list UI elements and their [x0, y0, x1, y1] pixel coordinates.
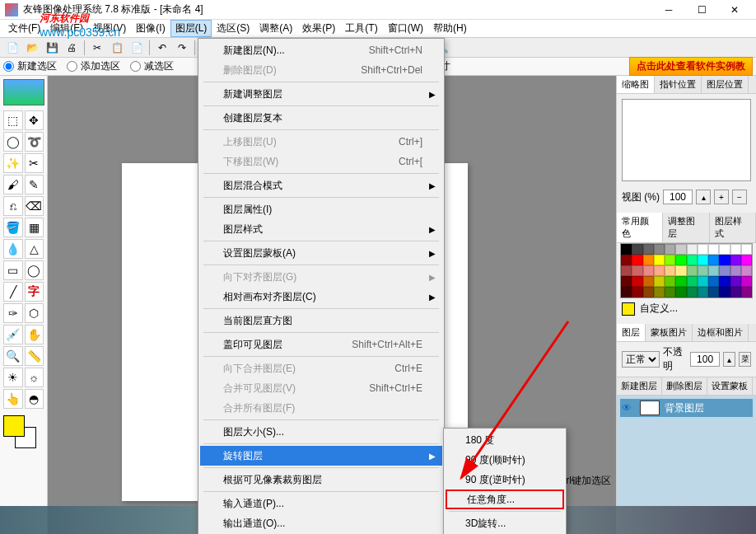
- tabs3-tab-2[interactable]: 边框和图片: [693, 324, 749, 341]
- menu-1[interactable]: 编辑(E): [45, 20, 88, 37]
- color-cell-40[interactable]: [665, 276, 675, 287]
- color-cell-34[interactable]: [730, 265, 741, 276]
- line-tool[interactable]: ╱: [3, 282, 23, 302]
- text-tool[interactable]: 字: [25, 282, 44, 302]
- tabs1-tab-1[interactable]: 指针位置: [655, 76, 702, 93]
- ellipse-shape-tool[interactable]: ◯: [25, 260, 44, 280]
- foreground-color[interactable]: [3, 415, 25, 437]
- dd-item-18[interactable]: 相对画布对齐图层(C)▶: [200, 287, 442, 307]
- color-cell-42[interactable]: [687, 276, 698, 287]
- dd-item-12[interactable]: 图层属性(I): [200, 199, 442, 219]
- color-cell-22[interactable]: [730, 255, 741, 265]
- menu-4[interactable]: 图层(L): [170, 20, 212, 37]
- color-cell-21[interactable]: [719, 255, 730, 265]
- copy-icon[interactable]: 📋: [108, 39, 126, 57]
- custom-color-button[interactable]: 自定义...: [617, 298, 756, 319]
- blur-tool[interactable]: 💧: [3, 239, 23, 259]
- color-cell-39[interactable]: [654, 276, 665, 287]
- color-cell-47[interactable]: [741, 276, 752, 287]
- dd-item-0[interactable]: 新建图层(N)...Shift+Ctrl+N: [200, 40, 442, 60]
- color-cell-32[interactable]: [708, 265, 719, 276]
- smudge-tool[interactable]: 👆: [3, 389, 23, 409]
- color-cell-6[interactable]: [687, 244, 698, 255]
- color-cell-50[interactable]: [643, 287, 654, 297]
- color-swatches[interactable]: [3, 415, 36, 448]
- clone-tool[interactable]: ⎌: [3, 196, 23, 216]
- color-cell-28[interactable]: [665, 265, 675, 276]
- tabs2-tab-1[interactable]: 调整图层: [663, 213, 709, 242]
- opacity-input[interactable]: [690, 352, 720, 367]
- color-cell-12[interactable]: [621, 255, 632, 265]
- open-file-icon[interactable]: 📂: [23, 39, 41, 57]
- sm-item-1[interactable]: 90 度(顺时针): [446, 450, 564, 470]
- promo-link[interactable]: 点击此处查看软件实例教: [629, 57, 753, 76]
- color-cell-33[interactable]: [719, 265, 730, 276]
- color-cell-11[interactable]: [741, 244, 752, 255]
- print-icon[interactable]: 🖨: [63, 39, 81, 57]
- blend-mode-select[interactable]: 正常: [622, 351, 660, 368]
- zoom-tool[interactable]: 🔍: [3, 346, 23, 366]
- view-pct-input[interactable]: [663, 190, 693, 204]
- layer-action-2[interactable]: 设置蒙板: [707, 377, 753, 395]
- dd-item-10[interactable]: 图层混合模式▶: [200, 176, 442, 195]
- dd-item-5[interactable]: 创建图层复本: [200, 108, 442, 128]
- tabs1-tab-0[interactable]: 缩略图: [617, 76, 655, 93]
- color-cell-7[interactable]: [698, 244, 708, 255]
- dodge-tool[interactable]: ☀: [3, 368, 23, 387]
- move-tool[interactable]: ✥: [25, 110, 44, 130]
- burn-tool[interactable]: ☼: [25, 368, 44, 387]
- layer-action-0[interactable]: 新建图层: [617, 377, 662, 395]
- rect-shape-tool[interactable]: ▭: [3, 260, 23, 280]
- dd-item-30[interactable]: 旋转图层▶: [200, 446, 442, 466]
- paste-icon[interactable]: 📄: [128, 39, 146, 57]
- eraser-tool[interactable]: ⌫: [25, 196, 44, 216]
- navigator-preview[interactable]: [622, 99, 751, 181]
- dd-item-13[interactable]: 图层样式▶: [200, 219, 442, 239]
- color-cell-3[interactable]: [654, 244, 665, 255]
- color-cell-54[interactable]: [687, 287, 698, 297]
- cut-icon[interactable]: ✂: [88, 39, 106, 57]
- menu-0[interactable]: 文件(F): [3, 20, 45, 37]
- shape-tool[interactable]: ⬡: [25, 303, 44, 323]
- color-cell-45[interactable]: [719, 276, 730, 287]
- color-cell-15[interactable]: [654, 255, 665, 265]
- color-cell-1[interactable]: [632, 244, 642, 255]
- color-cell-27[interactable]: [654, 265, 665, 276]
- layer-thumbnail[interactable]: [640, 400, 660, 415]
- dd-item-3[interactable]: 新建调整图层▶: [200, 84, 442, 104]
- new-file-icon[interactable]: 📄: [3, 39, 21, 57]
- menu-8[interactable]: 工具(T): [340, 20, 382, 37]
- color-cell-9[interactable]: [719, 244, 730, 255]
- dd-item-35[interactable]: 输出通道(O)...: [200, 513, 442, 533]
- color-cell-43[interactable]: [698, 276, 708, 287]
- layer-row[interactable]: 👁 背景图层: [620, 399, 753, 417]
- menu-7[interactable]: 效果(P): [297, 20, 340, 37]
- layer-action-1[interactable]: 删除图层: [662, 377, 707, 395]
- save-icon[interactable]: 💾: [43, 39, 61, 57]
- new-selection-radio[interactable]: 新建选区: [3, 59, 57, 73]
- fill-tool[interactable]: 🪣: [3, 218, 23, 237]
- opacity-stepper[interactable]: ▴: [723, 352, 735, 367]
- color-cell-36[interactable]: [621, 276, 632, 287]
- tabs2-tab-2[interactable]: 图层样式: [710, 213, 756, 242]
- color-cell-48[interactable]: [621, 287, 632, 297]
- crop-tool[interactable]: ✂: [25, 153, 44, 173]
- color-cell-2[interactable]: [643, 244, 654, 255]
- hand-tool[interactable]: ✋: [25, 325, 44, 344]
- wand-tool[interactable]: ✨: [3, 153, 23, 173]
- color-cell-57[interactable]: [719, 287, 730, 297]
- gradient-tool[interactable]: ▦: [25, 218, 44, 237]
- dd-item-15[interactable]: 设置图层蒙板(A)▶: [200, 243, 442, 263]
- dd-item-22[interactable]: 盖印可见图层Shift+Ctrl+Alt+E: [200, 335, 442, 354]
- menu-6[interactable]: 调整(A): [254, 20, 297, 37]
- sharpen-tool[interactable]: △: [25, 239, 44, 259]
- tabs2-tab-0[interactable]: 常用颜色: [617, 213, 663, 242]
- color-cell-53[interactable]: [675, 287, 686, 297]
- sm-item-0[interactable]: 180 度: [446, 430, 564, 450]
- marquee-ellipse-tool[interactable]: ◯: [3, 132, 23, 152]
- minimize-button[interactable]: ─: [652, 0, 685, 20]
- brush-tool[interactable]: 🖌: [3, 175, 23, 194]
- redo-icon[interactable]: ↷: [173, 39, 191, 57]
- tabs1-tab-2[interactable]: 图层位置: [702, 76, 749, 93]
- lasso-tool[interactable]: ➰: [25, 132, 44, 152]
